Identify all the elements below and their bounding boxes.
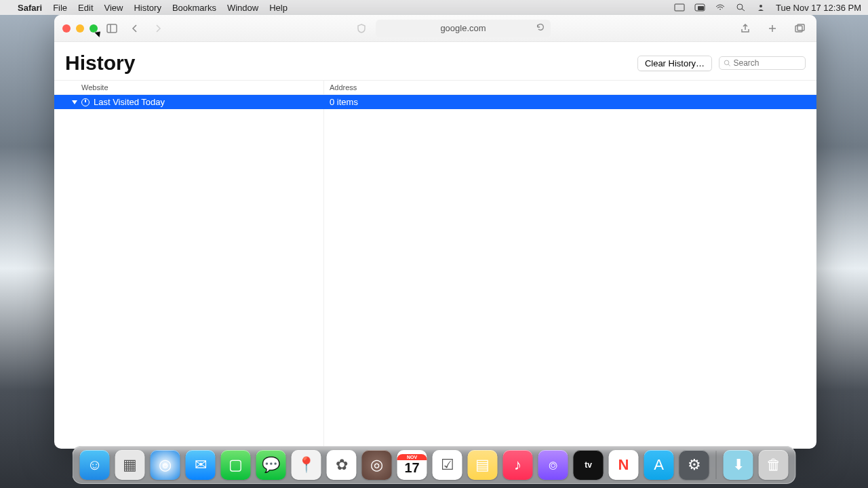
dock-tv[interactable]: tv [574, 450, 604, 480]
keyboard-icon[interactable] [674, 3, 685, 12]
menu-edit[interactable]: Edit [78, 3, 93, 13]
disclosure-triangle-icon[interactable] [72, 100, 77, 104]
dock-notes[interactable]: ▤ [468, 450, 498, 480]
svg-rect-0 [675, 4, 684, 11]
history-group-row[interactable]: Last Visited Today 0 items [54, 95, 816, 109]
dock-separator [716, 451, 717, 479]
address-text: google.com [440, 23, 486, 33]
group-count: 0 items [324, 97, 816, 107]
menu-history[interactable]: History [134, 3, 161, 13]
clear-history-button[interactable]: Clear History… [637, 56, 712, 71]
back-button[interactable] [126, 21, 144, 36]
menubar: Safari File Edit View History Bookmarks … [0, 0, 868, 15]
safari-window: google.com History Clear History… Websit… [54, 15, 816, 449]
dock-findmy[interactable]: ◎ [362, 450, 392, 480]
svg-line-13 [728, 64, 730, 66]
menu-help[interactable]: Help [269, 3, 288, 13]
new-tab-icon[interactable] [764, 21, 781, 36]
dock-reminders[interactable]: ☑ [433, 450, 462, 480]
menubar-clock[interactable]: Tue Nov 17 12:36 PM [776, 3, 861, 13]
tab-overview-icon[interactable] [791, 21, 808, 36]
dock-maps[interactable]: 📍 [292, 450, 321, 480]
privacy-report-icon[interactable] [353, 21, 370, 36]
page-title: History [65, 52, 631, 75]
history-header: History Clear History… [54, 42, 816, 80]
spotlight-icon[interactable] [735, 3, 746, 12]
history-columns: Website Address [54, 80, 816, 95]
forward-button [149, 21, 167, 36]
col-address[interactable]: Address [324, 81, 816, 94]
address-bar[interactable]: google.com [376, 20, 551, 37]
clock-icon [81, 98, 90, 106]
dock-launchpad[interactable]: ▦ [115, 450, 145, 480]
dock-downloads[interactable]: ⬇ [724, 450, 753, 480]
dock-trash[interactable]: 🗑 [759, 450, 789, 480]
control-center-icon[interactable] [694, 3, 705, 12]
close-button[interactable] [62, 24, 71, 33]
svg-point-12 [724, 60, 729, 65]
svg-point-5 [760, 5, 762, 7]
dock-safari[interactable]: ◎ [151, 450, 180, 480]
menu-bookmarks[interactable]: Bookmarks [172, 3, 216, 13]
history-search-input[interactable] [733, 58, 801, 68]
app-name[interactable]: Safari [18, 3, 42, 13]
share-icon[interactable] [736, 21, 754, 36]
search-icon [724, 59, 730, 67]
group-label: Last Visited Today [94, 97, 165, 107]
dock-calendar[interactable]: NOV17 [397, 450, 427, 480]
dock-news[interactable]: N [609, 450, 639, 480]
minimize-button[interactable] [76, 24, 84, 33]
dock-facetime[interactable]: ▢ [221, 450, 251, 480]
menu-view[interactable]: View [104, 3, 123, 13]
history-body [54, 109, 816, 449]
menu-file[interactable]: File [53, 3, 67, 13]
dock: ☺▦◎✉▢💬📍✿◎NOV17☑▤♪⌾tvNA⚙⬇🗑 [73, 446, 796, 484]
wifi-icon[interactable] [715, 3, 726, 12]
svg-line-4 [742, 9, 745, 11]
dock-music[interactable]: ♪ [503, 450, 533, 480]
dock-podcasts[interactable]: ⌾ [538, 450, 568, 480]
svg-rect-2 [698, 6, 704, 10]
dock-mail[interactable]: ✉ [186, 450, 216, 480]
dock-settings[interactable]: ⚙ [679, 450, 709, 480]
col-website[interactable]: Website [54, 81, 324, 94]
users-icon[interactable] [755, 3, 766, 12]
dock-photos[interactable]: ✿ [327, 450, 357, 480]
menu-window[interactable]: Window [227, 3, 258, 13]
svg-point-3 [737, 4, 743, 9]
sidebar-toggle-icon[interactable] [103, 21, 121, 36]
history-search[interactable] [719, 56, 806, 70]
dock-messages[interactable]: 💬 [256, 450, 286, 480]
reload-icon[interactable] [536, 22, 545, 34]
dock-finder[interactable]: ☺ [80, 450, 110, 480]
titlebar: google.com [54, 15, 816, 42]
dock-appstore[interactable]: A [644, 450, 674, 480]
svg-rect-6 [107, 24, 117, 33]
traffic-lights [62, 24, 98, 33]
